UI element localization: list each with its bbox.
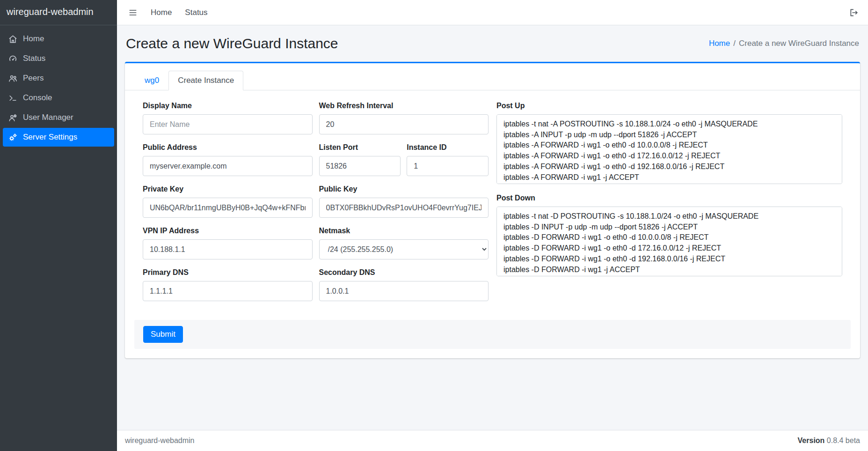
instance-id-label: Instance ID xyxy=(407,143,489,152)
sidebar-item-label: Server Settings xyxy=(23,133,77,142)
field-instance-id: Instance ID xyxy=(407,143,489,176)
sidebar-item-label: Home xyxy=(23,34,44,44)
sidebar-item-user-manager[interactable]: User Manager xyxy=(3,108,114,127)
gears-icon xyxy=(7,133,18,142)
instance-id-input[interactable] xyxy=(407,156,489,176)
instance-card: wg0 Create Instance Display Name xyxy=(125,62,860,358)
secondary-dns-input[interactable] xyxy=(319,281,489,301)
netmask-label: Netmask xyxy=(319,227,489,235)
sidebar-item-status[interactable]: Status xyxy=(3,49,114,68)
field-display-name: Display Name xyxy=(143,102,313,134)
logout-button[interactable] xyxy=(849,8,859,17)
sidebar-item-label: Status xyxy=(23,54,45,63)
field-private-key: Private Key xyxy=(143,185,313,218)
field-public-address: Public Address xyxy=(143,143,313,176)
field-web-refresh-interval: Web Refresh Interval xyxy=(319,102,489,134)
post-up-textarea[interactable]: iptables -t nat -A POSTROUTING -s 10.188… xyxy=(496,114,842,184)
port-and-id-row: Listen Port Instance ID xyxy=(319,143,489,176)
vpn-ip-label: VPN IP Address xyxy=(143,227,313,235)
public-address-input[interactable] xyxy=(143,156,313,176)
top-navbar: Home Status xyxy=(117,0,868,25)
private-key-label: Private Key xyxy=(143,185,313,193)
sidebar-item-label: Console xyxy=(23,93,52,103)
main-column: Home Status Create a new WireGuard Insta… xyxy=(117,0,868,451)
sidebar: wireguard-webadmin Home Status Peers xyxy=(0,0,117,451)
field-vpn-ip: VPN IP Address xyxy=(143,227,313,259)
sidebar-item-server-settings[interactable]: Server Settings xyxy=(3,128,114,147)
public-key-label: Public Key xyxy=(319,185,489,193)
private-key-input[interactable] xyxy=(143,198,313,218)
web-refresh-interval-input[interactable] xyxy=(319,114,489,134)
topnav-links: Home Status xyxy=(144,4,214,21)
users-icon xyxy=(7,74,18,83)
sidebar-item-peers[interactable]: Peers xyxy=(3,69,114,88)
listen-port-label: Listen Port xyxy=(319,143,401,152)
breadcrumb: Home/Create a new WireGuard Instance xyxy=(709,39,859,48)
primary-dns-input[interactable] xyxy=(143,281,313,301)
breadcrumb-current: Create a new WireGuard Instance xyxy=(739,39,859,48)
field-netmask: Netmask /24 (255.255.255.0) xyxy=(319,227,489,259)
form-right-column: Post Up iptables -t nat -A POSTROUTING -… xyxy=(496,102,842,276)
tab-wg0[interactable]: wg0 xyxy=(135,71,168,90)
home-icon xyxy=(7,34,18,44)
breadcrumb-separator: / xyxy=(733,39,736,48)
public-key-input[interactable] xyxy=(319,198,489,218)
card-body: Display Name Web Refresh Interval Public… xyxy=(125,90,860,358)
footer-version-label: Version xyxy=(798,436,825,444)
form-left-column: Display Name Web Refresh Interval Public… xyxy=(143,102,489,301)
field-public-key: Public Key xyxy=(319,185,489,218)
topnav-link-home[interactable]: Home xyxy=(144,4,178,21)
footer-version-value: 0.8.4 beta xyxy=(827,436,860,444)
gauge-icon xyxy=(7,54,18,63)
web-refresh-interval-label: Web Refresh Interval xyxy=(319,102,489,110)
netmask-select[interactable]: /24 (255.255.255.0) xyxy=(319,239,489,259)
post-down-textarea[interactable]: iptables -t nat -D POSTROUTING -s 10.188… xyxy=(496,207,842,276)
instance-form: Display Name Web Refresh Interval Public… xyxy=(134,102,851,301)
sidebar-item-home[interactable]: Home xyxy=(3,30,114,48)
post-up-label: Post Up xyxy=(496,102,842,110)
field-post-up: Post Up iptables -t nat -A POSTROUTING -… xyxy=(496,102,842,184)
breadcrumb-home-link[interactable]: Home xyxy=(709,39,730,48)
content-area: Create a new WireGuard Instance Home/Cre… xyxy=(117,25,868,430)
sidebar-item-console[interactable]: Console xyxy=(3,89,114,107)
display-name-input[interactable] xyxy=(143,114,313,134)
page-title: Create a new WireGuard Instance xyxy=(126,36,338,52)
submit-button[interactable]: Submit xyxy=(143,326,183,343)
sidebar-toggle-button[interactable] xyxy=(128,8,138,17)
page-footer: wireguard-webadmin Version 0.8.4 beta xyxy=(117,430,868,451)
field-post-down: Post Down iptables -t nat -D POSTROUTING… xyxy=(496,194,842,276)
user-gear-icon xyxy=(7,113,18,122)
sidebar-nav: Home Status Peers Console xyxy=(0,25,117,151)
field-listen-port: Listen Port xyxy=(319,143,401,176)
field-primary-dns: Primary DNS xyxy=(143,268,313,301)
hamburger-icon xyxy=(128,8,138,17)
post-down-label: Post Down xyxy=(496,194,842,202)
brand-link[interactable]: wireguard-webadmin xyxy=(0,0,117,25)
secondary-dns-label: Secondary DNS xyxy=(319,268,489,277)
listen-port-input[interactable] xyxy=(319,156,401,176)
form-actions: Submit xyxy=(134,320,851,349)
field-secondary-dns: Secondary DNS xyxy=(319,268,489,301)
logout-icon xyxy=(849,8,859,17)
instance-tabs: wg0 Create Instance xyxy=(125,63,860,90)
tab-create-instance[interactable]: Create Instance xyxy=(168,71,243,90)
content-header: Create a new WireGuard Instance Home/Cre… xyxy=(125,34,860,52)
sidebar-item-label: User Manager xyxy=(23,113,73,122)
topnav-link-status[interactable]: Status xyxy=(178,4,214,21)
vpn-ip-input[interactable] xyxy=(143,239,313,259)
footer-app-name: wireguard-webadmin xyxy=(125,436,195,445)
sidebar-item-label: Peers xyxy=(23,74,44,83)
display-name-label: Display Name xyxy=(143,102,313,110)
app-wrapper: wireguard-webadmin Home Status Peers xyxy=(0,0,868,451)
footer-version: Version 0.8.4 beta xyxy=(798,436,860,445)
public-address-label: Public Address xyxy=(143,143,313,152)
terminal-icon xyxy=(7,93,18,103)
primary-dns-label: Primary DNS xyxy=(143,268,313,277)
